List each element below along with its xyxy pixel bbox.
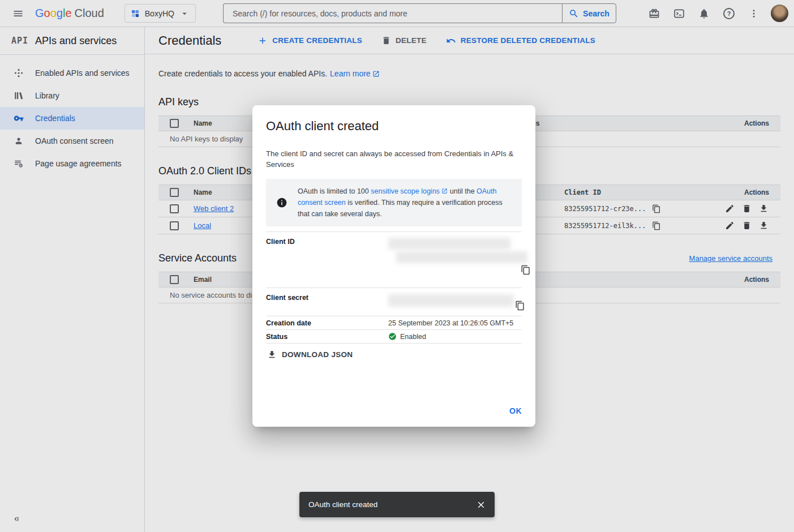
creation-date-value: 25 September 2023 at 10:26:05 GMT+5 — [388, 319, 522, 327]
client-id-label: Client ID — [266, 238, 388, 288]
download-icon — [267, 350, 277, 359]
creation-date-label: Creation date — [266, 319, 388, 327]
client-id-row: Client ID — [266, 231, 522, 288]
ok-button[interactable]: OK — [504, 402, 527, 420]
close-icon[interactable] — [471, 495, 491, 515]
copy-icon[interactable] — [515, 301, 525, 311]
snackbar: OAuth client created — [299, 492, 495, 517]
dialog-title: OAuth client created — [266, 119, 522, 134]
client-secret-value-area — [388, 294, 522, 316]
gcp-console: Google Cloud BoxyHQ Search — [0, 0, 794, 532]
dialog-fields: Client ID Client secret Creation date 25… — [266, 231, 522, 344]
notice-segment: until the — [448, 187, 477, 195]
creation-date-row: Creation date 25 September 2023 at 10:26… — [266, 316, 522, 329]
notice-segment: OAuth is limited to 100 — [298, 187, 371, 195]
client-id-redacted — [388, 238, 510, 250]
client-id-value-area — [388, 238, 527, 288]
client-id-redacted — [396, 251, 527, 263]
download-json-button[interactable]: DOWNLOAD JSON — [266, 349, 354, 361]
status-row: Status Enabled — [266, 329, 522, 343]
notice-text: OAuth is limited to 100 sensitive scope … — [298, 186, 514, 220]
link-label: sensitive scope logins — [371, 187, 440, 195]
snackbar-message: OAuth client created — [308, 500, 471, 509]
status-label: Status — [266, 333, 388, 341]
oauth-limit-notice: OAuth is limited to 100 sensitive scope … — [266, 179, 522, 226]
client-secret-label: Client secret — [266, 294, 388, 316]
info-icon — [276, 197, 287, 208]
dialog-body-text: The client ID and secret can always be a… — [266, 148, 522, 170]
status-value: Enabled — [388, 332, 522, 341]
check-circle-icon — [388, 332, 397, 341]
client-secret-row: Client secret — [266, 288, 522, 316]
client-secret-redacted — [388, 294, 514, 307]
sensitive-scope-logins-link[interactable]: sensitive scope logins — [371, 187, 448, 195]
divider — [266, 343, 522, 344]
copy-icon[interactable] — [521, 265, 531, 275]
oauth-client-created-dialog: OAuth client created The client ID and s… — [252, 105, 535, 427]
status-text: Enabled — [400, 333, 426, 341]
download-json-label: DOWNLOAD JSON — [282, 350, 353, 359]
